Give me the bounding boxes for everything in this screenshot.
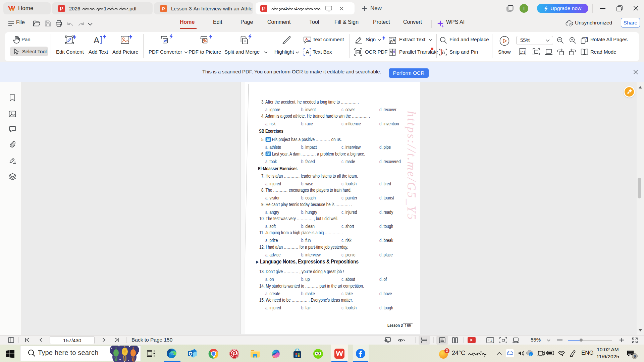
svg-text:1: 1 xyxy=(296,6,298,11)
svg-text:P: P xyxy=(162,6,165,11)
svg-text:A: A xyxy=(94,35,100,45)
svg-text:1: 1 xyxy=(490,339,492,342)
svg-text:A: A xyxy=(306,49,309,55)
svg-text:1: 1 xyxy=(285,6,287,11)
svg-text:1:1: 1:1 xyxy=(520,50,526,55)
svg-text:A: A xyxy=(392,38,395,43)
